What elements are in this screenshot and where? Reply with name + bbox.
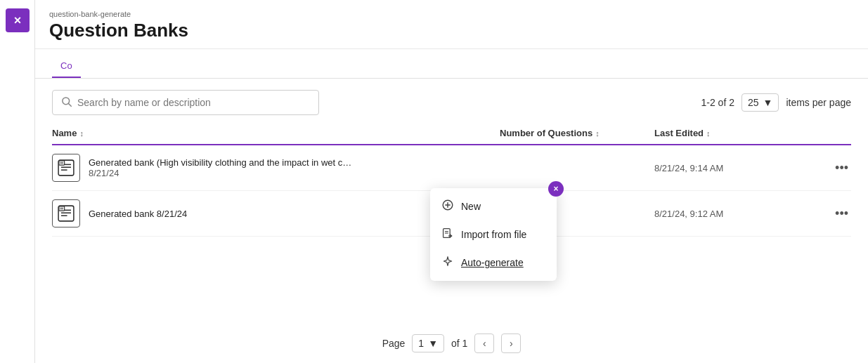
pagination-count: 1-2 of 2 <box>701 97 734 108</box>
table-row: Generated bank (High visibility clothing… <box>52 145 851 191</box>
row-2-actions: ••• <box>809 204 851 224</box>
col-name: Name ↕ <box>52 128 500 138</box>
row-2-last-edited: 8/21/24, 9:12 AM <box>654 209 809 219</box>
col-actions <box>809 128 851 138</box>
pagination-info: 1-2 of 2 25 ▼ items per page <box>701 93 851 112</box>
search-box <box>52 90 319 115</box>
row-name-cell: Generated bank (High visibility clothing… <box>52 154 500 182</box>
toolbar-row: 1-2 of 2 25 ▼ items per page <box>35 79 868 122</box>
table-header: Name ↕ Number of Questions ↕ Last Edited… <box>52 122 851 145</box>
row-1-actions: ••• <box>809 158 851 178</box>
col-last-edited: Last Edited ↕ <box>654 128 809 138</box>
main-content: question-bank-generate Question Banks Co <box>35 0 868 363</box>
row-2-menu-button[interactable]: ••• <box>832 204 851 224</box>
sort-icon-name[interactable]: ↕ <box>79 129 84 138</box>
next-page-button[interactable]: › <box>501 334 521 353</box>
bottom-pagination: Page 1 ▼ of 1 ‹ › <box>35 324 868 363</box>
chevron-down-icon: ▼ <box>428 338 438 349</box>
prev-page-button[interactable]: ‹ <box>474 334 494 353</box>
col-questions: Number of Questions ↕ <box>500 128 654 138</box>
page-label: Page <box>382 338 406 349</box>
bank-icon <box>52 199 80 227</box>
search-input[interactable] <box>77 97 310 108</box>
sort-icon-questions[interactable]: ↕ <box>595 129 600 138</box>
row-1-menu-button[interactable]: ••• <box>832 158 851 178</box>
plus-circle-icon <box>441 199 454 213</box>
tabs-bar: Co <box>35 49 868 79</box>
of-label: of 1 <box>451 338 467 349</box>
per-page-select[interactable]: 25 ▼ <box>741 93 779 112</box>
menu-item-import[interactable]: Import from file <box>430 220 557 249</box>
row-2-name: Generated bank 8/21/24 <box>89 209 187 219</box>
svg-rect-6 <box>59 161 65 165</box>
row-1-last-edited: 8/21/24, 9:14 AM <box>654 163 809 173</box>
row-1-name: Generated bank (High visibility clothing… <box>89 157 351 168</box>
row-1-sub: 8/21/24 <box>89 168 351 178</box>
chevron-down-icon: ▼ <box>763 97 773 108</box>
tab-co[interactable]: Co <box>52 53 81 78</box>
sidebar: × <box>0 0 35 363</box>
per-page-label: items per page <box>786 97 851 108</box>
dropdown-menu: × New <box>430 188 557 281</box>
menu-item-new[interactable]: New <box>430 192 557 220</box>
search-icon <box>61 96 72 109</box>
dropdown-close-button[interactable]: × <box>548 181 564 197</box>
close-button[interactable]: × <box>6 8 30 32</box>
menu-item-autogenerate[interactable]: Auto-generate <box>430 249 557 277</box>
sort-icon-last-edited[interactable]: ↕ <box>706 129 711 138</box>
page-title: Question Banks <box>49 20 851 41</box>
sparkle-icon <box>441 256 454 270</box>
page-header: question-bank-generate Question Banks <box>35 0 868 49</box>
svg-line-1 <box>69 104 72 107</box>
page-selector[interactable]: 1 ▼ <box>412 334 444 352</box>
breadcrumb: question-bank-generate <box>49 10 851 18</box>
app-wrapper: × question-bank-generate Question Banks … <box>0 0 868 363</box>
import-icon <box>441 227 454 242</box>
bank-icon <box>52 154 80 182</box>
svg-rect-13 <box>59 206 65 211</box>
